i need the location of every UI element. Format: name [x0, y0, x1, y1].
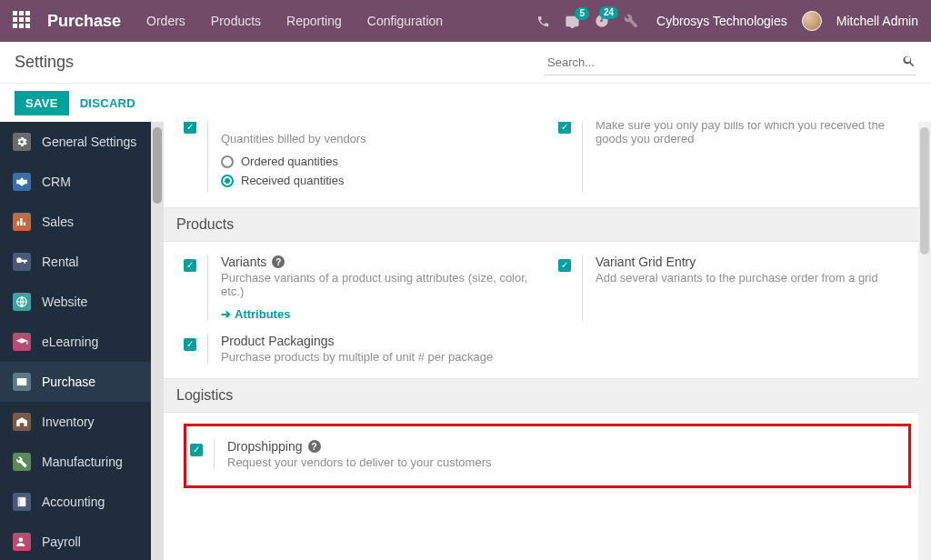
company-name[interactable]: Cybrosys Technologies — [656, 14, 787, 28]
radio-received-quantities[interactable]: Received quantities — [221, 174, 366, 187]
sidebar-item-sales[interactable]: Sales — [0, 202, 164, 242]
bar-chart-icon — [13, 213, 31, 231]
settings-sidebar: General Settings CRM Sales Rental Websit… — [0, 122, 164, 560]
menu-configuration[interactable]: Configuration — [367, 14, 443, 28]
checkbox-bill-control[interactable]: ✓ — [184, 122, 196, 134]
checkbox-packagings[interactable]: ✓ — [184, 338, 196, 351]
book-icon — [13, 493, 31, 511]
setting-desc: Add several variants to the purchase ord… — [596, 271, 878, 285]
sidebar-item-label: Accounting — [42, 495, 105, 509]
sidebar-item-label: Manufacturing — [42, 455, 123, 469]
checkbox-3way-matching[interactable]: ✓ — [558, 122, 571, 134]
messages-badge: 5 — [575, 7, 589, 20]
sidebar-item-payroll[interactable]: Payroll — [0, 522, 164, 560]
key-icon — [13, 253, 31, 271]
search-input[interactable] — [544, 50, 916, 75]
sidebar-item-website[interactable]: Website — [0, 282, 164, 322]
control-bar: Settings — [0, 42, 931, 84]
sidebar-item-label: Sales — [42, 215, 74, 229]
setting-label: Dropshipping — [227, 439, 303, 454]
avatar[interactable] — [802, 11, 822, 31]
menu-products[interactable]: Products — [211, 14, 261, 28]
sidebar-item-label: eLearning — [42, 335, 98, 349]
section-title-logistics: Logistics — [164, 378, 931, 413]
setting-label: Product Packagings — [221, 334, 335, 348]
sidebar-item-elearning[interactable]: eLearning — [0, 322, 164, 362]
setting-label: Variants — [221, 255, 266, 269]
main-scrollbar[interactable] — [918, 122, 931, 560]
activities-icon[interactable]: 24 — [595, 14, 609, 28]
setting-desc: Purchase variants of a product using att… — [221, 271, 536, 298]
wrench-icon — [13, 453, 31, 471]
cap-icon — [13, 333, 31, 351]
user-name[interactable]: Mitchell Admin — [836, 14, 918, 28]
user-badge-icon — [13, 533, 31, 551]
sidebar-item-label: Rental — [42, 255, 78, 269]
setting-desc: Purchase products by multiple of unit # … — [221, 350, 493, 364]
help-icon[interactable]: ? — [272, 255, 285, 268]
globe-icon — [13, 293, 31, 311]
checkbox-dropshipping[interactable]: ✓ — [190, 444, 203, 456]
save-button[interactable]: SAVE — [15, 91, 69, 115]
sidebar-item-manufacturing[interactable]: Manufacturing — [0, 442, 164, 482]
handshake-icon — [13, 173, 31, 191]
messages-icon[interactable]: 5 — [565, 15, 580, 28]
sidebar-item-purchase[interactable]: Purchase — [0, 362, 164, 402]
sidebar-item-label: Payroll — [42, 535, 81, 549]
top-menu: Orders Products Reporting Configuration — [146, 14, 443, 28]
sidebar-item-rental[interactable]: Rental — [0, 242, 164, 282]
setting-desc: Make sure you only pay bills for which y… — [596, 122, 911, 145]
debug-icon[interactable] — [624, 14, 638, 28]
section-title-products: Products — [164, 207, 931, 242]
sidebar-scrollbar[interactable] — [151, 122, 164, 560]
checkbox-variant-grid[interactable]: ✓ — [558, 259, 571, 272]
action-bar: SAVE DISCARD — [0, 84, 931, 122]
activities-badge: 24 — [599, 6, 618, 19]
sidebar-item-label: Website — [42, 295, 87, 309]
app-brand: Purchase — [47, 12, 121, 31]
attributes-link[interactable]: ➔ Attributes — [221, 307, 290, 321]
warehouse-icon — [13, 413, 31, 431]
systray: 5 24 Cybrosys Technologies Mitchell Admi… — [536, 11, 918, 31]
setting-desc: Request your vendors to deliver to your … — [227, 455, 491, 469]
invoice-icon — [13, 373, 31, 391]
discard-button[interactable]: DISCARD — [80, 96, 135, 110]
settings-main: ✓ x Quantities billed by vendors Ordered… — [164, 122, 931, 560]
radio-ordered-quantities[interactable]: Ordered quantities — [221, 155, 366, 168]
menu-orders[interactable]: Orders — [146, 14, 185, 28]
sidebar-item-label: Inventory — [42, 415, 95, 429]
help-icon[interactable]: ? — [308, 440, 321, 453]
gear-icon — [13, 133, 31, 151]
menu-reporting[interactable]: Reporting — [286, 14, 342, 28]
checkbox-variants[interactable]: ✓ — [184, 259, 196, 272]
arrow-right-icon: ➔ — [221, 307, 231, 321]
sidebar-item-general-settings[interactable]: General Settings — [0, 122, 164, 162]
topbar: Purchase Orders Products Reporting Confi… — [0, 0, 931, 42]
svg-point-1 — [19, 537, 24, 542]
page-title: Settings — [15, 53, 74, 72]
sidebar-item-accounting[interactable]: Accounting — [0, 482, 164, 522]
search-icon[interactable] — [902, 54, 916, 68]
sidebar-item-label: Purchase — [42, 375, 95, 389]
setting-desc: Quantities billed by vendors — [221, 132, 366, 145]
search-wrap — [544, 50, 916, 75]
sidebar-item-label: CRM — [42, 175, 71, 189]
phone-icon[interactable] — [536, 15, 550, 28]
sidebar-item-inventory[interactable]: Inventory — [0, 402, 164, 442]
dropshipping-highlight: ✓ Dropshipping ? Request your vendors to… — [184, 424, 911, 488]
sidebar-item-crm[interactable]: CRM — [0, 162, 164, 202]
setting-label: Variant Grid Entry — [596, 255, 696, 269]
sidebar-item-label: General Settings — [42, 135, 136, 149]
apps-icon[interactable] — [13, 11, 33, 31]
